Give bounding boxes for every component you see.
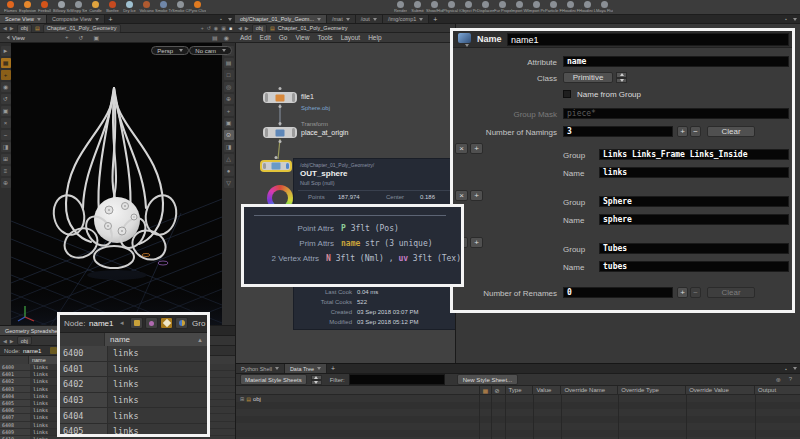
viewport-tool-icon[interactable]: ≡ (1, 166, 11, 176)
shelf-tool[interactable]: Smoke Trail (155, 0, 172, 13)
pane-menu-icon[interactable]: ▪ (785, 16, 787, 22)
pane-menu-icon[interactable]: ▪ (785, 366, 787, 372)
show-vertices-toggle[interactable] (145, 317, 158, 329)
num-namings-field[interactable]: 3 (563, 126, 673, 137)
node-out-sphere[interactable] (260, 160, 292, 172)
display-flag[interactable] (286, 163, 289, 169)
insert-instance-button[interactable]: + (470, 190, 483, 201)
viewport-tool-icon[interactable]: × (1, 118, 11, 128)
ssc-name-header[interactable]: name▲ (105, 333, 207, 346)
viewport-tool-icon[interactable]: ▣ (1, 106, 11, 116)
forward-icon[interactable]: ▶ (10, 25, 14, 31)
shelf-tool[interactable]: Wispy Smoke (70, 0, 87, 13)
node-file1[interactable] (263, 92, 297, 103)
view-tool-icon[interactable]: ↺ (78, 34, 83, 41)
stylesheet-spinner[interactable] (311, 375, 322, 384)
viewport-tool-icon[interactable]: ▦ (1, 58, 11, 68)
add-naming-button[interactable]: + (677, 126, 688, 137)
new-pane-tab-button[interactable]: + (327, 364, 339, 373)
shelf-tool[interactable]: Object Properties (460, 0, 477, 13)
remove-rename-button[interactable]: − (690, 287, 701, 298)
attribute-field[interactable]: name (563, 56, 789, 67)
delete-instance-button[interactable]: × (455, 190, 468, 201)
column-override-type[interactable]: Override Type (617, 386, 685, 394)
viewport-tool-icon[interactable]: + (1, 70, 11, 80)
clear-namings-button[interactable]: Clear (707, 126, 755, 137)
back-icon[interactable]: ◀ (3, 25, 7, 31)
menu-item[interactable]: Help (368, 34, 381, 41)
node-place-at-origin[interactable] (263, 127, 297, 138)
new-network-tab-button[interactable]: + (429, 15, 441, 23)
shelf-tool[interactable]: Billowy Smoke (53, 0, 70, 13)
group-field[interactable]: Tubes (599, 243, 789, 254)
shelf-tool[interactable]: Fur Properties (494, 0, 511, 13)
ssc-row[interactable]: 6403links (60, 393, 207, 409)
stylesheet-dropdown[interactable]: Material Style Sheets (240, 374, 307, 385)
sort-asc-icon[interactable]: ▲ (197, 337, 203, 343)
viewport-tool-icon[interactable]: □ (224, 70, 234, 80)
node-name-label[interactable]: file1 (301, 93, 314, 100)
path-current[interactable]: Chapter_01_Poly_Geometry (278, 25, 348, 31)
tab-data-tree[interactable]: Data Tree (285, 364, 327, 373)
class-dropdown[interactable]: Primitive (563, 72, 613, 83)
add-rename-button[interactable]: + (677, 287, 688, 298)
node-name-field[interactable]: name1 (507, 33, 789, 46)
path-root-chip[interactable]: obj (17, 24, 32, 33)
tab-scene-view[interactable]: Scene View (0, 15, 47, 23)
shelf-tool[interactable]: Pyro Cluster (189, 0, 206, 13)
new-pane-tab-button[interactable]: + (105, 15, 117, 23)
tab-mat[interactable]: /mat (327, 15, 356, 23)
geo-node-name[interactable]: name1 (23, 348, 41, 354)
chevron-down-icon[interactable] (465, 44, 469, 47)
pane-window-controls[interactable]: ▪ (220, 15, 235, 23)
viewport-tool-icon[interactable]: ◉ (1, 82, 11, 92)
shelf-tool[interactable]: Houdini Liquid Preset (579, 0, 596, 13)
insert-instance-button[interactable]: + (470, 237, 483, 248)
shelf-tool[interactable]: Candle (87, 0, 104, 13)
snapshot-icon[interactable]: ▣ (221, 25, 226, 31)
gear-icon[interactable]: ⊛ (776, 376, 781, 383)
path-current-chip[interactable]: Chapter_01_Poly_Geometry (43, 24, 121, 33)
shelf-tool[interactable]: Physical Camera (443, 0, 460, 13)
ssc-node-name[interactable]: name1 (89, 319, 113, 328)
override-circle-icon[interactable]: ⊘ (491, 386, 505, 394)
back-icon[interactable]: ◀ (3, 338, 7, 344)
pane-window-controls[interactable]: ▪ (785, 364, 800, 373)
expand-icon[interactable]: ⊞ (240, 396, 244, 402)
shelf-tool[interactable]: Smoke Cluster (172, 0, 189, 13)
viewport-tool-icon[interactable]: ◨ (224, 142, 234, 152)
tree-item-obj[interactable]: ⊞ ▤ obj (240, 395, 261, 402)
shelf-tool[interactable]: Dry Ice (121, 0, 138, 13)
shelf-tool[interactable]: Bonfire (104, 0, 121, 13)
collapse-icon[interactable] (7, 36, 10, 40)
view-tool-icon[interactable]: ▣ (93, 34, 99, 41)
menu-item[interactable]: View (295, 34, 309, 41)
viewport-tool-icon[interactable]: ◨ (1, 142, 11, 152)
pin-icon[interactable]: + (201, 25, 204, 31)
menu-item[interactable]: Tools (317, 34, 332, 41)
name-from-group-checkbox[interactable] (563, 90, 571, 98)
view-tool-icon[interactable]: ◉ (224, 34, 229, 41)
ssc-row[interactable]: 6400links (60, 346, 207, 362)
shelf-tool[interactable]: Displacement Properties (477, 0, 494, 13)
shelf-tool[interactable]: Submit (409, 0, 426, 13)
group-dropdown-clipped[interactable]: Gro (192, 319, 205, 328)
viewport-tool-icon[interactable]: ⊕ (1, 178, 11, 188)
node-name-label[interactable]: place_at_origin (301, 129, 348, 136)
shelf-tool[interactable]: Flames (2, 0, 19, 13)
viewport-3d-scene[interactable] (11, 43, 222, 325)
shelf-tool[interactable]: Explosion (19, 0, 36, 13)
back-icon[interactable]: ◀ (238, 25, 242, 31)
remove-naming-button[interactable]: − (690, 126, 701, 137)
shelf-tool[interactable]: Import Proxy (528, 0, 545, 13)
collapse-icon[interactable]: ◂ (120, 319, 124, 327)
column-override-name[interactable]: Override Name (560, 386, 617, 394)
view-tool-icon[interactable]: ▤ (212, 34, 218, 41)
viewport-tool-icon[interactable]: ► (1, 46, 11, 56)
forward-icon[interactable]: ▶ (10, 338, 14, 344)
shelf-tool[interactable]: Fireball (36, 0, 53, 13)
tab-composite-view[interactable]: Composite View (47, 15, 105, 23)
insert-instance-button[interactable]: + (470, 143, 483, 154)
path-root-chip[interactable]: obj (17, 336, 32, 345)
shelf-tool[interactable]: Particle Fire/Smoke (545, 0, 562, 13)
